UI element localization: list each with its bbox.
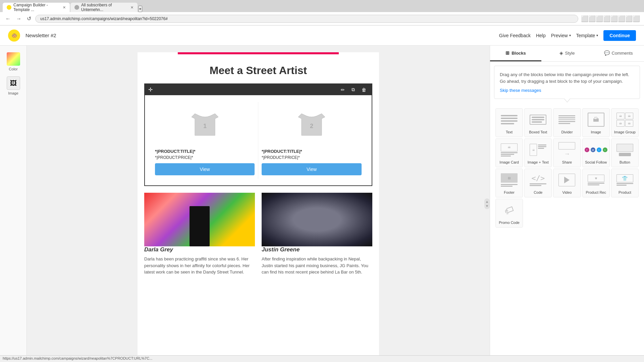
- help-button[interactable]: Help: [536, 33, 546, 38]
- tab-1-label: Campaign Builder - Template ...: [13, 3, 59, 12]
- block-image[interactable]: 🏔 Image: [582, 108, 610, 137]
- product-image-2: 2: [291, 105, 332, 145]
- footer-block-label: Footer: [504, 190, 515, 194]
- block-promo-code[interactable]: 🏷 Promo Code: [495, 199, 523, 228]
- url-input[interactable]: [35, 15, 578, 23]
- product-1-view-button[interactable]: View: [155, 163, 255, 175]
- block-button[interactable]: Button: [611, 138, 639, 167]
- artist-bio-darla: Darla has been practicing graffiti since…: [144, 256, 255, 276]
- boxed-text-block-label: Boxed Text: [529, 130, 547, 134]
- sidebar-tabs: ⊞ Blocks ◈ Style 💬 Comments: [490, 46, 644, 62]
- status-url: https://us17.admin.mailchimp.com/campaig…: [3, 356, 152, 360]
- block-divider[interactable]: Divider: [553, 108, 581, 137]
- back-button[interactable]: ←: [4, 14, 12, 23]
- app-logo: 🐵: [8, 29, 20, 42]
- block-product-rec[interactable]: ♥ Product Rec: [582, 169, 610, 197]
- product-rec-block-label: Product Rec: [586, 190, 606, 194]
- tab-style[interactable]: ◈ Style: [541, 46, 593, 61]
- color-icon: [7, 52, 20, 66]
- block-social-follow[interactable]: f @ t + Social Follow: [582, 138, 610, 167]
- tshirt-2-icon: 2: [295, 109, 328, 142]
- address-bar: ← → ↺ ⬜⬜⬜⬜⬜⬜⬜⬜: [0, 12, 644, 25]
- artist-image-justin: [262, 193, 372, 246]
- tab-2-close[interactable]: ✕: [130, 5, 133, 10]
- block-text[interactable]: Text: [495, 108, 523, 137]
- tab-1-close[interactable]: ✕: [63, 5, 66, 10]
- promo-code-block-label: Promo Code: [499, 221, 520, 225]
- product-2-title: *|PRODUCT:TITLE|*: [262, 149, 302, 154]
- block-boxed-text[interactable]: Boxed Text: [524, 108, 552, 137]
- preview-label: Preview: [551, 33, 568, 38]
- text-block-icon: [498, 111, 520, 128]
- edit-block-button[interactable]: ✏: [339, 86, 347, 93]
- svg-text:1: 1: [203, 123, 206, 129]
- divider-block-label: Divider: [561, 130, 573, 134]
- tab-2-label: All subscribers of Unternehn...: [81, 3, 127, 12]
- justin-bg: [262, 193, 372, 246]
- color-label: Color: [9, 67, 17, 71]
- button-block-icon: [614, 141, 636, 158]
- tab-comments[interactable]: 💬 Comments: [593, 46, 644, 61]
- artist-image-darla: [144, 193, 255, 246]
- status-bar: https://us17.admin.mailchimp.com/campaig…: [0, 355, 644, 362]
- boxed-text-block-icon: [527, 111, 549, 128]
- color-option[interactable]: Color: [7, 52, 20, 71]
- block-video[interactable]: Video: [553, 169, 581, 197]
- plus-icon: +: [603, 147, 607, 152]
- refresh-button[interactable]: ↺: [25, 14, 33, 23]
- block-code[interactable]: </> Code: [524, 169, 552, 197]
- blocks-grid: Text Boxed Text: [490, 103, 644, 233]
- text-block-label: Text: [506, 130, 513, 134]
- instagram-icon: f: [585, 147, 589, 152]
- divider-block-icon: [556, 111, 578, 128]
- product-rec-block-icon: ♥: [585, 172, 607, 188]
- block-image-text[interactable]: 🏔 Image + Text: [524, 138, 552, 167]
- product-image-1: 1: [185, 105, 225, 145]
- skip-messages-link[interactable]: Skip these messages: [500, 88, 541, 93]
- tab-1[interactable]: Campaign Builder - Template ... ✕: [3, 3, 70, 12]
- button-block-label: Button: [620, 160, 630, 164]
- canvas-content: Meet a Street Artist ✛ ✏ ⧉ 🗑: [138, 52, 379, 355]
- product-2-view-button[interactable]: View: [262, 163, 362, 175]
- block-image-group[interactable]: 🏔 🏔 🏔 🏔 Image Group: [611, 108, 639, 137]
- tshirt-1-icon: 1: [188, 109, 222, 142]
- continue-button[interactable]: Continue: [603, 30, 636, 41]
- product-2-price: *|PRODUCT:PRICE|*: [262, 155, 300, 160]
- block-product[interactable]: 👕 Product: [611, 169, 639, 197]
- template-button[interactable]: Template ▾: [576, 33, 598, 38]
- product-item-2: 2 *|PRODUCT:TITLE|* *|PRODUCT:PRICE|* Vi…: [258, 102, 365, 179]
- campaign-title: Meet a Street Artist: [138, 54, 379, 83]
- product-1-title: *|PRODUCT:TITLE|*: [155, 149, 196, 154]
- tab-blocks[interactable]: ⊞ Blocks: [490, 46, 541, 61]
- tab-2[interactable]: All subscribers of Unternehn... ✕: [70, 3, 138, 12]
- banner-arrow: [564, 99, 571, 103]
- new-tab-button[interactable]: +: [138, 6, 142, 12]
- duplicate-block-button[interactable]: ⧉: [350, 86, 357, 93]
- block-actions: ✏ ⧉ 🗑: [339, 86, 368, 93]
- share-block-label: Share: [562, 160, 572, 164]
- block-footer[interactable]: ▤ Footer: [495, 169, 523, 197]
- svg-text:2: 2: [310, 123, 313, 129]
- video-block-label: Video: [562, 190, 572, 194]
- facebook-icon: @: [591, 147, 595, 152]
- artist-card-justin: Justin Greene After finding inspiration …: [262, 193, 372, 276]
- comments-tab-label: Comments: [612, 51, 633, 56]
- scroll-indicator[interactable]: ▲ ▼: [484, 198, 490, 209]
- favicon-1: [7, 5, 11, 10]
- preview-button[interactable]: Preview ▾: [551, 33, 571, 38]
- give-feedback-button[interactable]: Give Feedback: [499, 33, 531, 38]
- block-image-card[interactable]: 🏔 Image Card: [495, 138, 523, 167]
- browser-chrome: Campaign Builder - Template ... ✕ All su…: [0, 0, 644, 25]
- drag-handle-icon[interactable]: ✛: [148, 86, 153, 93]
- product-1-price: *|PRODUCT:PRICE|*: [155, 155, 193, 160]
- forward-button[interactable]: →: [15, 14, 23, 23]
- image-group-block-icon: 🏔 🏔 🏔 🏔: [614, 111, 636, 128]
- image-option[interactable]: 🖼 Image: [7, 76, 20, 95]
- canvas-area: Meet a Street Artist ✛ ✏ ⧉ 🗑: [27, 46, 490, 362]
- promo-tag-icon: 🏷: [503, 203, 516, 217]
- product-item-1: 1 *|PRODUCT:TITLE|* *|PRODUCT:PRICE|* Vi…: [152, 102, 258, 179]
- artist-grid: Darla Grey Darla has been practicing gra…: [144, 193, 372, 276]
- delete-block-button[interactable]: 🗑: [360, 86, 368, 93]
- block-share[interactable]: → Share: [553, 138, 581, 167]
- header-actions: Give Feedback Help Preview ▾ Template ▾ …: [499, 30, 636, 41]
